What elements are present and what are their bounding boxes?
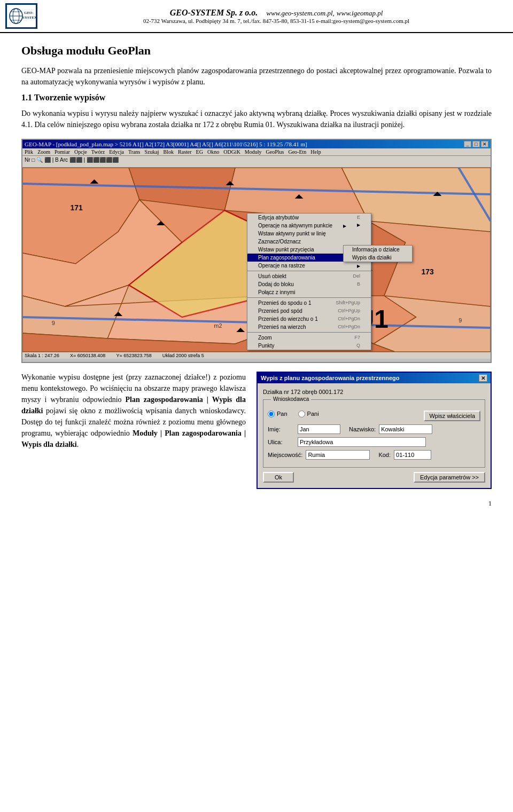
- menu-help[interactable]: Help: [310, 149, 321, 155]
- menu-zoom[interactable]: Zoom: [37, 149, 50, 155]
- dialog-group-title: Wnioskodawca: [271, 396, 311, 402]
- svg-text:173: 173: [422, 267, 434, 276]
- section-body: Do wykonania wypisu i wyrysu należy najp…: [21, 108, 492, 130]
- geomap-statusbar: Skala 1 : 247.26 X= 6050138.408 Y= 65238…: [22, 352, 491, 359]
- menu-blok[interactable]: Blok: [164, 149, 174, 155]
- menu-moduly[interactable]: Moduły: [245, 149, 262, 155]
- context-menu: Edycja atrybutówE Operacje na aktywnym p…: [247, 213, 371, 350]
- svg-text:GEO-: GEO-: [24, 11, 34, 15]
- radio-pan[interactable]: Pan: [268, 411, 287, 417]
- menu-geoplus[interactable]: GeoPlus: [266, 149, 284, 155]
- menu-edycja[interactable]: Edycja: [109, 149, 124, 155]
- menu-okno[interactable]: Okno: [207, 149, 219, 155]
- maximize-btn[interactable]: □: [472, 141, 480, 147]
- nazwisko-input[interactable]: [379, 424, 432, 434]
- ulica-input[interactable]: [298, 437, 426, 447]
- bottom-text: Wykonanie wypisu dostępne jest (przy zaz…: [21, 372, 246, 454]
- radio-pani-input[interactable]: [298, 411, 305, 417]
- radio-pan-input[interactable]: [268, 411, 275, 417]
- dialog-body: Działka nr 172 obręb 0001.172 Wnioskodaw…: [258, 383, 491, 488]
- ctx-wstaw-punkt[interactable]: Wstaw aktywny punkt w linię: [247, 230, 371, 238]
- menu-geoetn[interactable]: Geo-Etn: [288, 149, 306, 155]
- window-buttons: _ □ ✕: [464, 141, 488, 147]
- wpisz-wlasciciela-button[interactable]: Wpisz właściciela: [424, 411, 480, 421]
- svg-text:SYSTEM: SYSTEM: [22, 15, 36, 20]
- radio-pani-label: Pani: [307, 411, 319, 417]
- section-heading: 1.1 Tworzenie wypisów: [21, 93, 492, 103]
- minimize-btn[interactable]: _: [464, 141, 471, 147]
- kod-input[interactable]: [394, 450, 431, 460]
- logo-area: GEO- SYSTEM: [5, 3, 37, 29]
- ctx-zaznacz[interactable]: Zaznacz/Odznacz: [247, 238, 371, 246]
- bottom-paragraph: Wykonanie wypisu dostępne jest (przy zaz…: [21, 372, 246, 450]
- ctx-operacje-raster[interactable]: Operacje na rastrze: [247, 262, 371, 270]
- menu-odgik[interactable]: ODGiK: [223, 149, 240, 155]
- dialog-miejscowosc-row: Miejscowość: Kod:: [268, 450, 480, 460]
- menu-opcje[interactable]: Opcje: [74, 149, 87, 155]
- company-logo: GEO- SYSTEM: [5, 3, 37, 29]
- ctx-przenies-spod1[interactable]: Przenieś do spodu o 1Shift+PgUp: [247, 299, 371, 307]
- miejscowosc-label: Miejscowość:: [268, 452, 302, 458]
- svg-text:m2: m2: [214, 322, 222, 329]
- kod-label: Kod:: [378, 452, 391, 458]
- header-address: 02-732 Warszawa, ul. Podbipięty 34 m. 7,…: [45, 18, 508, 24]
- page-number: 1: [21, 500, 492, 508]
- menu-raster[interactable]: Raster: [178, 149, 192, 155]
- geomap-screenshot: GEO-MAP - [podkład_pod_plan.map > 5216 A…: [21, 139, 492, 363]
- submenu-informacja[interactable]: Informacja o działce: [344, 246, 412, 254]
- ctx-przenies-wierz1[interactable]: Przenieś do wierzchu o 1Ctrl+PgDn: [247, 315, 371, 323]
- edycja-parametrow-button[interactable]: Edycja parametrów >>: [414, 472, 485, 483]
- menu-eg[interactable]: EG: [196, 149, 203, 155]
- miejscowosc-input[interactable]: [306, 450, 370, 460]
- menu-plik[interactable]: Plik: [25, 149, 33, 155]
- svg-text:9: 9: [52, 320, 55, 326]
- geomap-menubar: Plik Zoom Pomiar Opcje Twórz Edycja Tran…: [22, 148, 491, 156]
- ok-button[interactable]: Ok: [263, 472, 294, 483]
- ctx-dodaj-blok[interactable]: Dodaj do blokuB: [247, 280, 371, 288]
- dialog-buttons: Ok Edycja parametrów >>: [263, 472, 485, 483]
- ctx-edycja-atrybutow[interactable]: Edycja atrybutówE: [247, 214, 371, 222]
- menu-trans[interactable]: Trans: [128, 149, 140, 155]
- ctx-divider-3: [247, 332, 371, 333]
- svg-text:171: 171: [71, 203, 83, 212]
- map-area: 171 173 9 9 1 m2 59 U1 Edycja atrybutówE…: [22, 168, 491, 352]
- svg-text:9: 9: [458, 317, 462, 324]
- dialog-title: Wypis z planu zagospodarowania przestrze…: [261, 375, 400, 381]
- ctx-przenies-spod[interactable]: Przenieś pod spódCtrl+PgUp: [247, 307, 371, 315]
- geomap-title-text: GEO-MAP - [podkład_pod_plan.map > 5216 A…: [25, 141, 307, 147]
- dialog-ulica-row: Ulica:: [268, 437, 480, 447]
- imie-label: Imię:: [268, 426, 294, 432]
- ulica-label: Ulica:: [268, 439, 294, 445]
- intro-paragraph: GEO-MAP pozwala na przeniesienie miejsco…: [21, 65, 492, 88]
- ctx-polacz[interactable]: Połącz z innymi: [247, 288, 371, 296]
- status-scale: Skala 1 : 247.26: [25, 353, 59, 358]
- menu-tworz[interactable]: Twórz: [91, 149, 105, 155]
- dialog-close-button[interactable]: ✕: [479, 374, 487, 382]
- ctx-punkty[interactable]: PunktyQ: [247, 342, 371, 350]
- dialog-parcel-info: Działka nr 172 obręb 0001.172: [263, 389, 485, 395]
- close-btn[interactable]: ✕: [481, 141, 488, 147]
- ctx-przenies-wierz[interactable]: Przenieś na wierzchCtrl+PgDn: [247, 323, 371, 331]
- submenu: Informacja o działce Wypis dla działki: [343, 245, 413, 262]
- ctx-divider-1: [247, 271, 371, 271]
- radio-pan-label: Pan: [277, 411, 287, 417]
- status-x: X= 6050138.408: [70, 353, 105, 358]
- nazwisko-label: Nazwisko:: [349, 426, 376, 432]
- dialog-wnioskodawca-group: Wnioskodawca Pan Pani: [263, 399, 485, 468]
- ctx-zoom[interactable]: ZoomF7: [247, 334, 371, 342]
- radio-pani[interactable]: Pani: [298, 411, 319, 417]
- menu-szukaj[interactable]: Szukaj: [144, 149, 159, 155]
- submenu-wypis[interactable]: Wypis dla działki: [344, 254, 412, 262]
- menu-pomiar[interactable]: Pomiar: [55, 149, 70, 155]
- bottom-section: Wykonanie wypisu dostępne jest (przy zaz…: [21, 372, 492, 489]
- imie-input[interactable]: [298, 424, 340, 434]
- dialog-window: Wypis z planu zagospodarowania przestrze…: [256, 372, 492, 489]
- status-y: Y= 6523823.758: [116, 353, 151, 358]
- geomap-toolbar: Nr □ 🔍 ⬛ | B Arc ⬛⬛ | ⬛⬛⬛⬛⬛: [22, 156, 491, 168]
- page-header: GEO- SYSTEM GEO-SYSTEM Sp. z o.o. www.ge…: [0, 0, 513, 33]
- ctx-operacje-punkt[interactable]: Operacje na aktywnym punkcie: [247, 222, 371, 230]
- ctx-usun[interactable]: Usuń obiektDel: [247, 272, 371, 280]
- status-uklad: Układ 2000 strefa 5: [162, 353, 204, 358]
- page-title: Obsługa modułu GeoPlan: [21, 44, 492, 58]
- geomap-titlebar: GEO-MAP - [podkład_pod_plan.map > 5216 A…: [22, 140, 491, 148]
